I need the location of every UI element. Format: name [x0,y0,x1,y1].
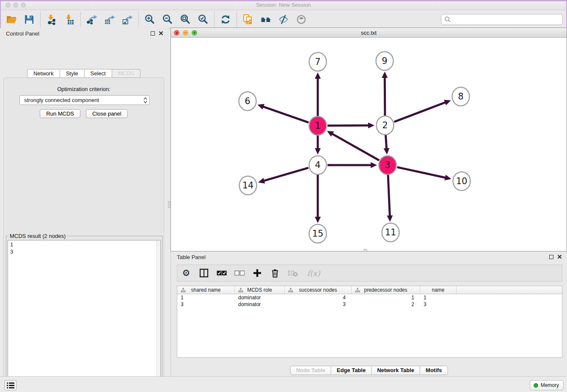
show-graphics-button[interactable] [294,12,308,27]
mcds-result-text[interactable]: 1 3 [8,240,161,392]
tab-mcds[interactable]: MCDS [112,69,140,78]
float-panel-icon[interactable] [549,255,553,259]
gear-icon: ⚙ [182,269,190,278]
table-settings-button[interactable]: ⚙ [181,268,192,279]
node-table: shared name MCDS role successor nodes [177,286,562,358]
graph-node-label: 6 [245,96,250,106]
graph-node-label: 2 [382,120,388,130]
status-bar: Memory [0,376,567,392]
graph-edge-arrowhead [382,72,388,78]
tab-style[interactable]: Style [60,69,85,78]
refresh-button[interactable] [218,12,233,27]
plus-icon [253,268,262,278]
tab-edge-table[interactable]: Edge Table [331,366,372,375]
zoom-in-icon [144,14,155,25]
control-panel: Control Panel Network Style Select MCDS … [0,28,168,373]
zoom-fit-button[interactable] [178,12,193,27]
float-panel-icon[interactable] [151,31,155,36]
graph-edge[interactable] [263,168,308,181]
select-all-button[interactable] [216,268,227,279]
hide-graphics-button[interactable] [276,12,291,27]
delete-column-button[interactable] [270,268,281,279]
import-network-button[interactable] [44,12,59,27]
add-column-button[interactable] [252,268,263,279]
memory-status-icon [534,383,538,388]
cell-name: 1 [420,295,457,301]
table-panel: Table Panel ⚙ [171,251,567,376]
zoom-selected-button[interactable] [196,12,210,27]
column-header-name[interactable]: name [420,286,457,294]
tab-network-table[interactable]: Network Table [372,366,420,375]
close-panel-button[interactable]: Close panel [86,109,128,118]
optimization-criterion-select[interactable]: strongly connected component [19,95,150,105]
graph-node-label: 9 [382,56,387,66]
column-label: successor nodes [299,287,337,293]
table-row[interactable]: 1 dominator 4 1 1 [177,294,562,301]
toolbar-separator [40,12,41,27]
column-header-predecessor-nodes[interactable]: predecessor nodes [352,286,420,294]
import-table-button[interactable] [62,12,77,27]
result-scrollbar[interactable] [156,240,160,392]
tab-network[interactable]: Network [27,69,60,78]
export-network-button[interactable] [85,12,99,27]
graph-edge-arrowhead [368,122,374,128]
run-mcds-button[interactable]: Run MCDS [40,109,80,118]
toolbar-separator [80,12,81,27]
zoom-out-button[interactable] [160,12,175,27]
graph-node-label: 11 [385,227,396,237]
graph-node-label: 4 [315,160,320,170]
column-header-shared-name[interactable]: shared name [177,286,235,294]
table-toolbar: ⚙ [177,265,562,282]
hierarchy-icon [355,288,360,293]
task-history-button[interactable] [4,380,17,390]
list-icon [7,382,14,389]
optimization-criterion-value: strongly connected component [24,97,99,103]
delete-table-button[interactable] [287,268,298,279]
memory-label: Memory [541,382,559,388]
window-border-top [0,0,567,1]
export-network-icon [86,14,97,25]
memory-button[interactable]: Memory [530,380,564,390]
network-canvas[interactable]: 1234678910111415 [171,38,567,251]
graph-edge[interactable] [263,107,308,123]
column-label: MCDS role [247,287,272,293]
graph-edge[interactable] [394,102,446,121]
save-session-button[interactable] [22,12,36,27]
graph-edge[interactable] [385,135,386,149]
clone-network-button[interactable] [241,12,255,27]
tab-motifs[interactable]: Motifs [420,366,448,375]
search-container [441,14,563,25]
graph-edge[interactable] [397,167,446,178]
table-row[interactable]: 3 dominator 3 2 3 [177,301,562,308]
titlebar: Session: New Session [0,0,567,10]
tab-select[interactable]: Select [85,69,112,78]
open-session-button[interactable] [4,12,19,27]
close-panel-icon[interactable] [159,31,163,36]
vertical-splitter-handle[interactable] [168,201,171,208]
graph-node-label: 8 [458,91,463,102]
graph-edge[interactable] [332,134,379,160]
column-header-successor-nodes[interactable]: successor nodes [285,286,352,294]
close-panel-icon[interactable] [557,254,562,259]
column-header-mcds-role[interactable]: MCDS role [235,286,285,294]
export-table-button[interactable] [102,12,117,27]
control-panel-tabs: Network Style Select MCDS [0,69,168,78]
graph-edge[interactable] [328,125,369,126]
search-input[interactable] [441,14,563,25]
graph-edge-arrowhead [315,72,321,79]
window-title: Session: New Session [0,2,567,8]
graph-edge[interactable] [388,175,390,216]
hierarchy-icon [288,288,293,293]
show-columns-button[interactable] [198,268,209,279]
zoom-in-button[interactable] [143,12,157,27]
graph-edge[interactable] [385,77,385,116]
export-image-button[interactable] [120,12,135,27]
deselect-all-button[interactable] [234,268,245,279]
eye-slash-icon [278,14,289,25]
unchecked-boxes-icon [234,271,245,276]
first-neighbors-button[interactable] [259,12,273,27]
function-builder-button[interactable]: f(x) [305,268,322,279]
open-folder-icon [6,14,17,25]
tab-node-table[interactable]: Node Table [290,366,331,375]
horizontal-splitter-handle[interactable] [363,249,367,252]
